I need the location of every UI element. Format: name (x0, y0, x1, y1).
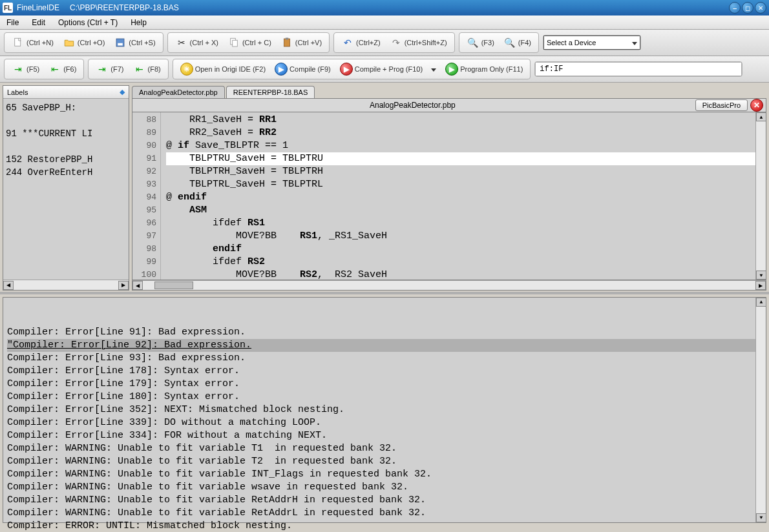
editor-vscroll[interactable]: ▲ ▼ (755, 112, 766, 280)
output-vscroll[interactable]: ▲ ▼ (755, 298, 766, 522)
f6-button[interactable]: ⇤ (F6) (45, 61, 79, 77)
output-line[interactable]: Compiler: Error[Line 180]: Syntax error. (7, 391, 762, 404)
labels-list-item[interactable]: 65 SavePBP_H: (6, 101, 126, 114)
output-line[interactable]: Compiler: Error[Line 352]: NEXT: Mismatc… (7, 404, 762, 416)
code-content[interactable]: RR1_SaveH = RR1 RR2_SaveH = RR2@ if Save… (161, 112, 755, 280)
comment-icon: ⇥ (96, 63, 109, 76)
code-editor[interactable]: 888990919293949596979899100 RR1_SaveH = … (132, 112, 766, 280)
diamond-icon: ◆ (120, 88, 125, 96)
play-green-icon: ▶ (445, 63, 458, 76)
save-disk-icon (114, 36, 127, 49)
if-expression-input[interactable]: if:IF (535, 62, 742, 76)
chevron-down-icon[interactable] (428, 65, 436, 73)
output-line[interactable]: Compiler: WARNING: Unable to fit variabl… (7, 494, 762, 507)
f5-button[interactable]: ⇥ (F5) (8, 61, 43, 77)
device-select[interactable]: Select a Device (543, 36, 640, 50)
code-line[interactable]: ASM (166, 204, 755, 217)
labels-list-item[interactable]: 152 RestorePBP_H (6, 153, 126, 166)
compile-prog-button[interactable]: ▶ Compile + Prog (F10) (337, 61, 439, 77)
main-area: Labels ◆ 65 SavePBP_H: 91 ***CURRENT LI … (0, 83, 769, 294)
chevron-down-icon (629, 39, 637, 46)
output-line[interactable]: Compiler: WARNING: Unable to fit variabl… (7, 468, 762, 481)
menu-file[interactable]: File (4, 17, 21, 28)
redo-button[interactable]: ↷ (Ctrl+Shift+Z) (386, 34, 450, 51)
scroll-left-icon[interactable]: ◀ (3, 281, 14, 290)
labels-dropdown[interactable]: Labels ◆ (3, 86, 129, 99)
close-button[interactable]: ✕ (755, 2, 766, 14)
labels-list-item[interactable]: 244 OverReEnterH (6, 166, 126, 179)
code-line[interactable]: endif (166, 243, 755, 256)
undo-button[interactable]: ↶ (Ctrl+Z) (338, 34, 384, 51)
open-folder-icon (63, 36, 76, 49)
code-line[interactable]: ifdef RS1 (166, 217, 755, 230)
labels-list-item[interactable] (6, 114, 126, 127)
editor-panel: AnalogPeakDetector.pbpREENTERPBP-18.BAS … (132, 85, 766, 291)
compiler-output[interactable]: Compiler: Error[Line 91]: Bad expression… (3, 297, 766, 523)
app-title: FineLineIDE (17, 3, 59, 12)
output-line[interactable]: "Compiler: Error[Line 92]: Bad expressio… (7, 339, 762, 352)
scroll-down-icon[interactable]: ▼ (756, 513, 766, 522)
output-line[interactable]: Compiler: WARNING: Unable to fit variabl… (7, 455, 762, 468)
menu-options[interactable]: Options (Ctrl + T) (56, 17, 120, 28)
svg-rect-5 (284, 39, 290, 46)
output-line[interactable]: Compiler: Error[Line 334]: FOR without a… (7, 429, 762, 442)
scroll-down-icon[interactable]: ▼ (756, 271, 766, 280)
labels-list[interactable]: 65 SavePBP_H: 91 ***CURRENT LI 152 Resto… (3, 99, 129, 280)
scroll-up-icon[interactable]: ▲ (756, 298, 766, 307)
hscroll-thumb[interactable] (154, 281, 193, 289)
code-line[interactable]: MOVE?BB RS2, RS2 SaveH (166, 269, 755, 280)
output-line[interactable]: Compiler: WARNING: Unable to fit variabl… (7, 507, 762, 520)
code-line[interactable]: @ if Save_TBLPTR == 1 (166, 139, 755, 152)
code-line[interactable]: MOVE?BB RS1, _RS1_SaveH (166, 230, 755, 243)
close-document-button[interactable]: ✕ (750, 99, 763, 112)
maximize-button[interactable]: ◻ (742, 2, 753, 14)
indent-icon: ⇥ (12, 63, 25, 76)
menu-help[interactable]: Help (128, 17, 149, 28)
scroll-left-icon[interactable]: ◀ (132, 281, 143, 290)
new-button[interactable]: (Ctrl +N) (8, 34, 57, 51)
editor-hscroll[interactable]: ◀ ▶ (132, 280, 766, 291)
f8-button[interactable]: ⇤ (F8) (130, 61, 164, 77)
scroll-right-icon[interactable]: ▶ (755, 281, 766, 290)
compile-button[interactable]: ▶ Compile (F9) (271, 61, 334, 77)
menu-edit[interactable]: Edit (29, 17, 48, 28)
labels-list-item[interactable] (6, 140, 126, 153)
output-line[interactable]: Compiler: Error[Line 178]: Syntax error. (7, 365, 762, 378)
scroll-right-icon[interactable]: ▶ (118, 281, 129, 290)
code-line[interactable]: TBLPTRU_SaveH = TBLPTRU (166, 152, 755, 165)
copy-button[interactable]: (Ctrl + C) (224, 34, 275, 51)
code-line[interactable]: RR2_SaveH = RR2 (166, 127, 755, 139)
code-line[interactable]: ifdef RS2 (166, 256, 755, 269)
cut-button[interactable]: ✂ (Ctrl + X) (172, 34, 222, 51)
tab[interactable]: AnalogPeakDetector.pbp (132, 86, 225, 98)
minimize-button[interactable]: ‒ (729, 2, 741, 14)
output-line[interactable]: Compiler: Error[Line 339]: DO without a … (7, 416, 762, 429)
output-line[interactable]: Compiler: WARNING: Unable to fit variabl… (7, 481, 762, 494)
f7-button[interactable]: ⇥ (F7) (92, 61, 127, 77)
output-line[interactable]: Compiler: WARNING: Unable to fit variabl… (7, 442, 762, 455)
file-path: C:\PBP\REENTERPBP-18.BAS (70, 3, 729, 12)
language-badge[interactable]: PicBasicPro (695, 99, 748, 111)
find-next-button[interactable]: 🔍 (F4) (500, 34, 534, 51)
program-only-button[interactable]: ▶ Program Only (F11) (442, 61, 526, 77)
scroll-up-icon[interactable]: ▲ (756, 112, 766, 121)
output-line[interactable]: Compiler: ERROR: UNTIL: Mismatched block… (7, 520, 762, 532)
play-record-icon: ▶ (340, 63, 353, 76)
code-line[interactable]: @ endif (166, 191, 755, 204)
code-line[interactable]: TBLPTRH_SaveH = TBLPTRH (166, 165, 755, 178)
paste-button[interactable]: (Ctrl +V) (277, 34, 325, 51)
line-number-gutter: 888990919293949596979899100 (132, 112, 161, 280)
svg-rect-0 (15, 38, 21, 46)
output-line[interactable]: Compiler: Error[Line 93]: Bad expression… (7, 352, 762, 365)
open-button[interactable]: (Ctrl +O) (59, 34, 108, 51)
labels-list-item[interactable]: 91 ***CURRENT LI (6, 127, 126, 140)
output-line[interactable]: Compiler: Error[Line 91]: Bad expression… (7, 326, 762, 339)
sidebar-hscroll[interactable]: ◀ ▶ (3, 280, 129, 290)
tab[interactable]: REENTERPBP-18.BAS (226, 86, 315, 98)
save-button[interactable]: (Ctrl +S) (111, 34, 158, 51)
find-button[interactable]: 🔍 (F3) (463, 34, 498, 51)
code-line[interactable]: RR1_SaveH = RR1 (166, 114, 755, 127)
code-line[interactable]: TBLPTRL_SaveH = TBLPTRL (166, 178, 755, 191)
output-line[interactable]: Compiler: Error[Line 179]: Syntax error. (7, 378, 762, 391)
open-orig-ide-button[interactable]: ☀ Open in Origi IDE (F2) (177, 61, 269, 77)
